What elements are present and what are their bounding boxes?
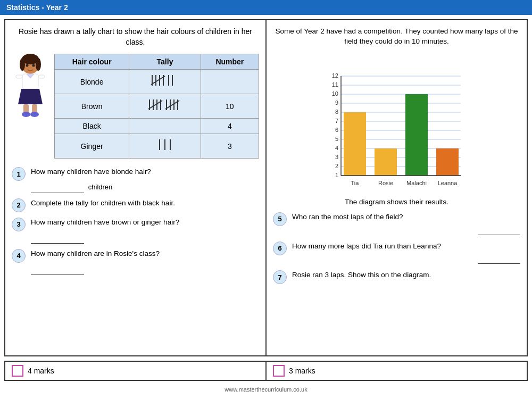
svg-text:10: 10 [331,90,338,97]
svg-text:1: 1 [335,172,338,178]
tally-ginger [129,134,201,159]
answer-line-3[interactable] [31,233,84,244]
bar-malachi [405,94,428,176]
left-intro: Rosie has drawn a tally chart to show th… [12,27,259,47]
svg-text:2: 2 [335,163,338,169]
question-2: 2 Complete the tally for children with b… [12,198,259,212]
svg-text:11: 11 [331,81,338,88]
answer-line-4[interactable] [31,264,84,275]
tally-table: Hair colour Tally Number Blonde [54,54,259,159]
bar-chart-svg: 1 2 3 4 5 6 7 8 9 10 11 12 [322,53,471,192]
q-text-6: How many more laps did Tia run than Lean… [292,242,520,264]
question-7: 7 Rosie ran 3 laps. Show this on the dia… [273,270,520,284]
svg-text:Rosie: Rosie [378,180,393,186]
number-brown: 10 [201,94,259,119]
q-number-1: 1 [12,167,26,181]
tally-marks-ginger [155,137,174,152]
svg-text:3: 3 [335,154,338,160]
svg-point-4 [26,64,29,67]
svg-text:4: 4 [335,145,338,151]
tally-black [129,119,201,134]
number-black: 4 [201,119,259,134]
right-questions: 5 Who ran the most laps of the field? 6 … [273,210,520,285]
content-area: Rosie has drawn a tally chart to show th… [4,19,528,356]
svg-text:9: 9 [335,99,338,106]
answer-line-1[interactable] [31,182,84,193]
svg-text:7: 7 [335,118,338,124]
avatar-area: Hair colour Tally Number Blonde [12,54,259,159]
q-number-6: 6 [273,242,287,255]
bottom-bar: 4 marks 3 marks [4,361,528,381]
svg-text:Tia: Tia [351,180,359,186]
svg-point-12 [30,112,39,117]
q-number-2: 2 [12,198,26,212]
number-ginger: 3 [201,134,259,159]
number-blonde [201,70,259,94]
table-area: Hair colour Tally Number Blonde [54,54,259,159]
q-text-1: How many children have blonde hair? chil… [31,167,259,193]
avatar [12,54,49,120]
question-6: 6 How many more laps did Tia run than Le… [273,242,520,264]
left-marks-box [12,365,23,377]
q-text-4: How many children are in Rosie's class? [31,249,259,275]
q-text-7: Rosie ran 3 laps. Show this on the diagr… [292,270,520,280]
right-marks-box [273,365,285,377]
left-questions: 1 How many children have blonde hair? ch… [12,165,259,275]
col-hair: Hair colour [55,54,129,70]
tally-blonde [129,70,201,94]
tally-brown [129,94,201,119]
table-row: Ginger [55,134,259,159]
bottom-right: 3 marks [267,362,527,380]
svg-text:6: 6 [335,127,338,133]
right-panel: Some of Year 2 have had a competition. T… [267,20,527,355]
question-1: 1 How many children have blonde hair? ch… [12,167,259,193]
q-number-7: 7 [273,270,287,284]
svg-point-2 [20,58,25,71]
right-marks-text: 3 marks [289,367,315,375]
diagram-caption: The diagram shows their results. [273,198,520,206]
title-bar: Statistics - Year 2 [0,0,532,15]
page-title: Statistics - Year 2 [6,3,68,12]
question-4: 4 How many children are in Rosie's class… [12,249,259,275]
svg-point-3 [36,58,41,71]
question-3: 3 How many children have brown or ginger… [12,218,259,244]
bottom-left: 4 marks [5,362,267,380]
footer: www.masterthecurriculum.co.uk [4,385,528,394]
q-number-4: 4 [12,249,26,263]
left-panel: Rosie has drawn a tally chart to show th… [5,20,267,355]
svg-text:8: 8 [335,109,338,115]
question-5: 5 Who ran the most laps of the field? [273,212,520,235]
hair-black: Black [55,119,129,134]
svg-text:Leanna: Leanna [437,180,458,186]
hair-blonde: Blonde [55,70,129,94]
svg-text:Malachi: Malachi [406,180,427,186]
svg-text:12: 12 [331,72,338,79]
q-text-2: Complete the tally for children with bla… [31,198,259,209]
answer-line-6[interactable] [478,253,520,264]
suffix-1: children [88,183,113,191]
left-marks-text: 4 marks [28,367,54,375]
q-text-5: Who ran the most laps of the field? [292,212,520,235]
tally-marks-brown [146,97,184,112]
col-number: Number [201,54,259,70]
svg-point-5 [32,64,35,67]
hair-ginger: Ginger [55,134,129,159]
svg-text:5: 5 [335,136,338,142]
girl-avatar-svg [12,54,49,118]
tally-marks-blonde [149,73,181,88]
q-number-3: 3 [12,218,26,231]
bar-tia [344,112,366,176]
table-row: Brown [55,94,259,119]
q-number-5: 5 [273,212,287,226]
svg-point-11 [22,112,30,117]
q-text-3: How many children have brown or ginger h… [31,218,259,244]
chart-container: 1 2 3 4 5 6 7 8 9 10 11 12 [273,53,520,192]
bar-leanna [436,148,459,176]
table-row: Blonde [55,70,259,94]
answer-line-5[interactable] [478,225,520,235]
svg-rect-7 [16,75,22,78]
bar-rosie [375,148,397,176]
main-container: Rosie has drawn a tally chart to show th… [0,15,532,398]
right-intro: Some of Year 2 have had a competition. T… [273,27,520,47]
hair-brown: Brown [55,94,129,119]
